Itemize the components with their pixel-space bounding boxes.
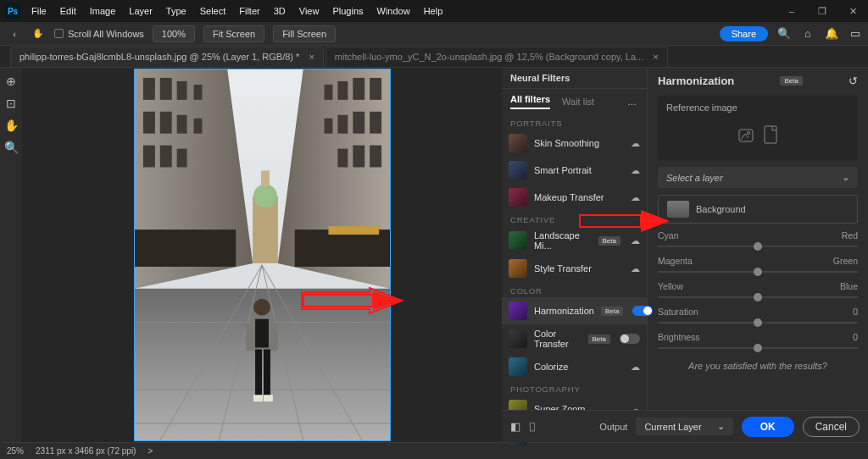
filter-colorize[interactable]: Colorize☁ <box>502 353 647 380</box>
tool-hand-icon[interactable]: ✋ <box>4 119 19 132</box>
filter-skin-smoothing[interactable]: Skin Smoothing☁ <box>502 130 647 157</box>
slider-cyan-red[interactable] <box>658 246 858 247</box>
app-icon: Ps <box>5 3 20 19</box>
slider-knob-icon <box>754 242 762 251</box>
preview-toggle-icon[interactable]: ◧ <box>510 420 520 433</box>
slider-knob-icon <box>754 268 762 276</box>
document-tabs: philipp-torres-bGaj8lcmbL8-unsplash.jpg … <box>0 46 868 68</box>
menu-layer[interactable]: Layer <box>123 3 159 19</box>
cloud-download-icon[interactable]: ☁ <box>631 192 640 203</box>
menu-type[interactable]: Type <box>160 3 192 19</box>
cloud-download-icon[interactable]: ☁ <box>631 138 640 149</box>
fit-screen-button[interactable]: Fit Screen <box>203 25 264 42</box>
section-photography: PHOTOGRAPHY <box>502 380 647 395</box>
cloud-download-icon[interactable]: ☁ <box>631 362 640 373</box>
tab-close-icon[interactable]: × <box>309 52 314 62</box>
share-button[interactable]: Share <box>720 26 768 41</box>
menu-view[interactable]: View <box>293 3 326 19</box>
menu-select[interactable]: Select <box>194 3 232 19</box>
scroll-all-checkbox[interactable]: Scroll All Windows <box>54 29 144 39</box>
filter-toggle[interactable] <box>620 334 640 344</box>
cancel-button[interactable]: Cancel <box>803 417 860 437</box>
tool-zoom-icon[interactable]: 🔍 <box>4 141 19 154</box>
svg-rect-11 <box>159 112 171 134</box>
cloud-download-icon[interactable]: ☁ <box>631 263 640 274</box>
tool-zoom-in-icon[interactable]: ⊕ <box>6 75 16 88</box>
menu-window[interactable]: Window <box>371 3 416 19</box>
tool-crop-icon[interactable]: ⊡ <box>6 97 16 110</box>
thumb-icon <box>509 231 527 250</box>
filters-more-icon[interactable]: … <box>627 97 638 107</box>
cloud-download-icon[interactable]: ☁ <box>631 165 640 176</box>
menu-file[interactable]: File <box>25 3 53 19</box>
search-icon[interactable]: 🔍 <box>776 27 792 40</box>
chevron-down-icon: ⌄ <box>842 172 849 183</box>
tab-wait-list[interactable]: Wait list <box>562 97 594 107</box>
home-icon[interactable]: ⌂ <box>800 27 815 40</box>
svg-rect-9 <box>193 85 202 100</box>
beta-badge: Beta <box>598 236 620 246</box>
svg-rect-7 <box>159 78 171 100</box>
layers-icon[interactable]: ⌷ <box>529 420 536 433</box>
menu-image[interactable]: Image <box>84 3 122 19</box>
cloud-download-icon[interactable]: ☁ <box>631 235 640 246</box>
filter-smart-portrait[interactable]: Smart Portrait☁ <box>502 157 647 184</box>
filter-harmonization[interactable]: HarmonizationBeta <box>502 297 647 324</box>
menu-plugins[interactable]: Plugins <box>326 3 369 19</box>
fill-screen-button[interactable]: Fill Screen <box>273 25 336 42</box>
svg-rect-15 <box>159 146 171 168</box>
slider-right-label: Red <box>842 230 858 241</box>
slider-saturation[interactable] <box>658 322 858 324</box>
layer-option-label: Background <box>696 204 746 214</box>
slider-yellow-blue[interactable] <box>658 296 858 298</box>
ok-button[interactable]: OK <box>742 417 794 437</box>
menu-3d[interactable]: 3D <box>268 3 292 19</box>
close-button[interactable]: ✕ <box>837 0 868 22</box>
document-tab-active[interactable]: philipp-torres-bGaj8lcmbL8-unsplash.jpg … <box>10 47 324 67</box>
svg-rect-27 <box>337 149 348 168</box>
status-zoom[interactable]: 25% <box>7 446 24 456</box>
hand-tool-icon[interactable]: ✋ <box>31 28 46 39</box>
restore-button[interactable]: ❐ <box>807 0 837 22</box>
slider-brightness[interactable] <box>658 347 858 349</box>
svg-rect-16 <box>176 149 186 168</box>
filter-label: Makeup Transfer <box>534 192 604 202</box>
slider-right-label: Green <box>833 256 858 266</box>
tab-close-icon[interactable]: × <box>653 52 658 62</box>
svg-rect-19 <box>337 81 348 100</box>
minimize-button[interactable]: – <box>776 0 807 22</box>
filter-toggle[interactable] <box>632 306 653 316</box>
reference-label: Reference image <box>666 102 849 113</box>
workspace-icon[interactable]: ▭ <box>848 27 863 40</box>
filter-label: Harmonization <box>534 306 594 316</box>
svg-point-40 <box>253 299 270 316</box>
canvas-area[interactable] <box>22 68 502 442</box>
panel-title: Neural Filters <box>502 68 647 89</box>
reference-placeholder-icon[interactable] <box>666 118 849 152</box>
menu-filter[interactable]: Filter <box>233 3 265 19</box>
menu-edit[interactable]: Edit <box>54 3 82 19</box>
reset-icon[interactable]: ↺ <box>849 75 858 87</box>
filter-label: Style Transfer <box>534 263 592 274</box>
filter-makeup-transfer[interactable]: Makeup Transfer☁ <box>502 184 647 211</box>
output-dropdown[interactable]: Current Layer ⌄ <box>636 418 732 435</box>
document-tab-inactive[interactable]: mitchell-luo-ymo_yC_N_2o-unsplash.jpg @ … <box>326 47 668 67</box>
svg-rect-10 <box>142 112 154 134</box>
layer-option-background[interactable]: Background <box>658 195 858 224</box>
zoom-value[interactable]: 100% <box>153 25 195 42</box>
left-toolbar: ⊕ ⊡ ✋ 🔍 <box>0 68 22 442</box>
status-chevron-icon[interactable]: > <box>147 446 153 456</box>
back-button[interactable]: ‹ <box>7 26 22 41</box>
svg-rect-48 <box>271 323 277 351</box>
slider-magenta-green[interactable] <box>658 271 858 273</box>
thumb-icon <box>509 259 527 278</box>
select-layer-dropdown[interactable]: Select a layer ⌄ <box>658 167 858 188</box>
notifications-icon[interactable]: 🔔 <box>824 27 839 40</box>
svg-rect-24 <box>324 119 332 134</box>
filter-style-transfer[interactable]: Style Transfer☁ <box>502 255 647 282</box>
filter-landscape-mixer[interactable]: Landscape Mi...Beta☁ <box>502 226 647 255</box>
menu-help[interactable]: Help <box>418 3 449 19</box>
filter-color-transfer[interactable]: Color TransferBeta <box>502 324 647 353</box>
slider-right-label: Blue <box>840 281 858 291</box>
tab-all-filters[interactable]: All filters <box>510 94 550 109</box>
